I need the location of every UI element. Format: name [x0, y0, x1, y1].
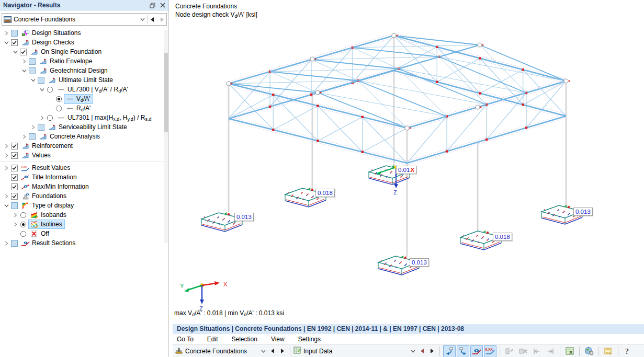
expander-down-icon[interactable]: [3, 40, 10, 45]
checkbox-checked[interactable]: [19, 49, 27, 55]
jump-next-button[interactable]: [544, 345, 557, 357]
navigator-previous-button[interactable]: [148, 14, 157, 25]
expander-right-icon[interactable]: [20, 134, 28, 139]
tree-item-ul7301-max-hx-d-hy-d-rs-d[interactable]: UL7301 | max(Hx,d, Hy,d) / Rs,d: [0, 113, 168, 122]
radio-selected[interactable]: [55, 96, 63, 102]
tree-item-serviceability-limit-state[interactable]: Serviceability Limit State: [0, 122, 168, 132]
checkbox-partial[interactable]: [28, 58, 36, 65]
combo1-chevron[interactable]: [258, 346, 268, 356]
viewport-3d[interactable]: ZYXZ Concrete Foundations Node design ch…: [173, 0, 644, 324]
expander-down-icon[interactable]: [29, 78, 37, 83]
combo2-previous-button[interactable]: [417, 346, 427, 356]
radio-selected[interactable]: [19, 221, 27, 228]
menu-settings[interactable]: Settings: [298, 336, 321, 343]
checkbox-partial[interactable]: [10, 30, 18, 37]
combo1-previous-button[interactable]: [268, 346, 277, 356]
combo2-chevron[interactable]: [408, 346, 417, 356]
show-result-values-button[interactable]: X.XX: [484, 345, 496, 357]
excel-export-button[interactable]: X: [563, 345, 576, 357]
checkbox-checked[interactable]: [10, 39, 18, 46]
tree-item-off[interactable]: Off: [0, 229, 168, 238]
radio-unselected[interactable]: [19, 231, 27, 237]
tree-item-result-values[interactable]: x.xxResult Values: [0, 163, 168, 172]
tree-item-result-sections[interactable]: Result Sections: [0, 238, 168, 248]
expander-right-icon[interactable]: [29, 125, 37, 130]
menu-go-to[interactable]: Go To: [177, 336, 194, 343]
radio-unselected[interactable]: [46, 114, 54, 121]
view-rotate-right-button[interactable]: [457, 345, 469, 357]
checkbox-checked[interactable]: [10, 152, 18, 159]
tree-scrollbar-thumb[interactable]: [164, 53, 168, 132]
expander-right-icon[interactable]: [3, 241, 10, 246]
expander-down-icon[interactable]: [38, 87, 46, 92]
view-mode-combo[interactable]: Input Data: [293, 346, 436, 357]
expander-down-icon[interactable]: [12, 50, 19, 54]
checkbox-checked[interactable]: [10, 193, 18, 200]
checkbox-partial[interactable]: [10, 240, 18, 247]
dash-icon: [57, 86, 65, 93]
view-rotate-left-button[interactable]: [443, 345, 456, 357]
block-delete-button[interactable]: [517, 345, 529, 357]
tree-item-isobands[interactable]: Isobands: [0, 210, 168, 220]
expander-right-icon[interactable]: [38, 116, 46, 120]
expander-right-icon[interactable]: [3, 31, 10, 36]
show-results-button[interactable]: [470, 345, 483, 357]
checkbox-checked[interactable]: [10, 183, 18, 190]
tree-item-design-situations[interactable]: Design Situations: [0, 28, 168, 38]
tree-item-foundations[interactable]: Foundations: [0, 191, 168, 201]
expander-right-icon[interactable]: [20, 59, 28, 64]
close-panel-button[interactable]: [158, 1, 167, 9]
checkbox-checked[interactable]: [10, 165, 18, 171]
tree-item-type-of-display[interactable]: Type of display: [0, 201, 168, 210]
tree-item-max-min-information[interactable]: Max/Min Information: [0, 182, 168, 191]
expander-right-icon[interactable]: [3, 153, 10, 158]
navigator-combo[interactable]: Concrete Foundations: [2, 13, 167, 26]
menu-edit[interactable]: Edit: [207, 336, 218, 343]
expander-right-icon[interactable]: [3, 194, 10, 199]
online-services-button[interactable]: [583, 345, 595, 357]
tree-item-isolines[interactable]: Isolines: [0, 220, 168, 229]
radio-unselected[interactable]: [46, 86, 54, 93]
checkbox-checked[interactable]: [10, 174, 18, 181]
navigator-combo-chevron[interactable]: [138, 14, 147, 25]
design-situation-combo[interactable]: Concrete Foundations: [175, 346, 287, 357]
combo1-next-button[interactable]: [277, 346, 287, 356]
printout-report-button[interactable]: [602, 345, 615, 357]
off-icon: [30, 231, 39, 237]
expander-right-icon[interactable]: [12, 213, 19, 217]
tree-item-ultimate-limit-state[interactable]: Ultimate Limit State: [0, 75, 168, 85]
menu-view[interactable]: View: [271, 336, 285, 343]
tree-item-ratio-envelope[interactable]: Ratio Envelope: [0, 56, 168, 66]
float-panel-button[interactable]: [148, 1, 157, 9]
tree-item-vd-a[interactable]: Vd/A': [0, 94, 168, 103]
tree-item-title-information[interactable]: Title Information: [0, 172, 168, 182]
menu-selection[interactable]: Selection: [232, 336, 257, 343]
tree-item-ul7300-vd-a-rd-a[interactable]: UL7300 | Vd/A' / Rd/A': [0, 85, 168, 94]
radio-unselected[interactable]: [55, 105, 63, 112]
expander-right-icon[interactable]: [12, 222, 19, 227]
checkbox-partial[interactable]: [28, 133, 36, 140]
expander-right-icon[interactable]: [3, 166, 10, 170]
tree-item-concrete-analysis[interactable]: Concrete Analysis: [0, 132, 168, 141]
checkbox-partial[interactable]: [37, 77, 45, 84]
tree-scrollbar[interactable]: [164, 30, 168, 243]
tree-item-rd-a[interactable]: Rd/A': [0, 103, 168, 113]
block-copy-button[interactable]: [503, 345, 516, 357]
expander-down-icon[interactable]: [3, 203, 10, 208]
help-button[interactable]: ?: [622, 345, 634, 357]
checkbox-partial[interactable]: [37, 124, 45, 131]
tree-item-design-checks[interactable]: Design Checks: [0, 38, 168, 47]
expander-right-icon[interactable]: [3, 144, 10, 148]
navigator-next-button[interactable]: [157, 14, 166, 25]
tree-item-on-single-foundation[interactable]: On Single Foundation: [0, 47, 168, 56]
checkbox-partial[interactable]: [28, 67, 36, 74]
jump-previous-button[interactable]: [530, 345, 543, 357]
radio-unselected[interactable]: [19, 212, 27, 218]
combo2-next-button[interactable]: [427, 346, 436, 356]
checkbox-checked[interactable]: [10, 143, 18, 149]
tree-item-reinforcement[interactable]: Reinforcement: [0, 141, 168, 151]
tree-item-values[interactable]: Values: [0, 151, 168, 160]
tree-item-geotechnical-design[interactable]: Geotechnical Design: [0, 66, 168, 75]
expander-down-icon[interactable]: [20, 68, 28, 73]
checkbox-partial[interactable]: [10, 202, 18, 209]
